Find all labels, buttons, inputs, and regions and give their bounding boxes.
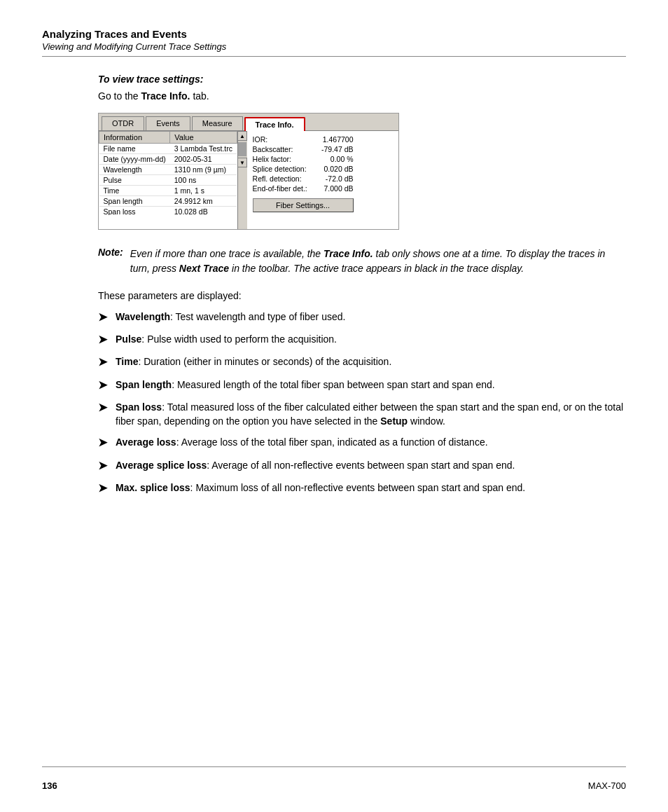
bullet-item: ➤Average splice loss: Average of all non…	[98, 458, 626, 474]
table-row: Span length24.9912 km	[99, 196, 237, 207]
bullet-arrow-icon: ➤	[98, 457, 107, 474]
tab-measure[interactable]: Measure	[192, 116, 243, 130]
instruction-label: To view trace settings:	[98, 74, 626, 85]
table-cell: Span length	[99, 196, 170, 207]
table-cell: Wavelength	[99, 165, 170, 175]
right-panel-label: Refl. detection:	[253, 174, 302, 183]
note-section: Note: Even if more than one trace is ava…	[98, 247, 626, 276]
table-cell: 24.9912 km	[170, 196, 237, 207]
bullet-item: ➤Wavelength: Test wavelength and type of…	[98, 310, 626, 325]
bullet-text: Span loss: Total measured loss of the fi…	[116, 400, 626, 429]
right-panel-label: Backscatter:	[253, 145, 293, 153]
bullet-arrow-icon: ➤	[98, 377, 107, 393]
right-panel-row: IOR:1.467700	[253, 135, 354, 144]
table-cell: Time	[99, 186, 170, 196]
header-rule	[42, 56, 626, 57]
screenshot: OTDR Events Measure Trace Info. Informat…	[98, 113, 399, 230]
bullet-text: Time: Duration (either in minutes or sec…	[116, 355, 391, 369]
right-panel-label: End-of-fiber det.:	[253, 184, 307, 193]
right-panel-row: Backscatter:-79.47 dB	[253, 145, 354, 153]
bullet-text: Average loss: Average loss of the total …	[116, 435, 488, 449]
table-row: Pulse100 ns	[99, 175, 237, 186]
table-panel: Information Value File name3 Lambda Test…	[99, 131, 247, 229]
scrollbar[interactable]: ▲ ▼	[237, 131, 247, 229]
right-panel-value: 0.020 dB	[324, 165, 354, 173]
table-cell: File name	[99, 144, 170, 154]
bullet-item: ➤Time: Duration (either in minutes or se…	[98, 355, 626, 370]
table-cell: 1310 nm (9 µm)	[170, 165, 237, 175]
footer: 136 MAX-700	[42, 780, 626, 791]
bullet-list: ➤Wavelength: Test wavelength and type of…	[98, 310, 626, 496]
params-intro: These parameters are displayed:	[98, 290, 626, 301]
col-header-information: Information	[99, 132, 170, 144]
bullet-text: Max. splice loss: Maximum loss of all no…	[116, 481, 525, 495]
scroll-down-arrow[interactable]: ▼	[237, 158, 247, 167]
bullet-text: Average splice loss: Average of all non-…	[116, 458, 515, 472]
bullet-item: ➤Pulse: Pulse width used to perform the …	[98, 332, 626, 347]
table-row: File name3 Lambda Test.trc	[99, 144, 237, 154]
table-cell: 10.028 dB	[170, 207, 237, 216]
right-panel-value: 7.000 dB	[324, 184, 354, 193]
note-label: Note:	[98, 247, 123, 276]
table-wrapper: Information Value File name3 Lambda Test…	[99, 131, 237, 215]
info-table: Information Value File name3 Lambda Test…	[99, 131, 237, 215]
page-number: 136	[42, 780, 57, 791]
tab-bar: OTDR Events Measure Trace Info.	[99, 113, 398, 131]
bullet-item: ➤Max. splice loss: Maximum loss of all n…	[98, 481, 626, 496]
right-panel-row: Refl. detection:-72.0 dB	[253, 174, 354, 183]
right-panel-value: 1.467700	[323, 135, 354, 144]
right-panel-value: -79.47 dB	[321, 145, 354, 153]
product-name: MAX-700	[588, 780, 626, 791]
trace-info-label: Trace Info.	[141, 90, 190, 102]
tab-trace-info[interactable]: Trace Info.	[244, 117, 305, 131]
footer-rule	[42, 766, 626, 767]
table-row: Time1 mn, 1 s	[99, 186, 237, 196]
bullet-arrow-icon: ➤	[98, 480, 107, 496]
right-panel-row: Helix factor:0.00 %	[253, 155, 354, 163]
col-header-value: Value	[170, 132, 237, 144]
bullet-text: Pulse: Pulse width used to perform the a…	[116, 332, 337, 346]
panel: Information Value File name3 Lambda Test…	[99, 131, 398, 229]
right-panel-label: Helix factor:	[253, 155, 291, 163]
note-text: Even if more than one trace is available…	[130, 247, 626, 276]
bullet-arrow-icon: ➤	[98, 399, 107, 415]
table-cell: Pulse	[99, 175, 170, 186]
right-panel-label: IOR:	[253, 135, 268, 144]
bullet-item: ➤Span loss: Total measured loss of the f…	[98, 400, 626, 429]
table-row: Wavelength1310 nm (9 µm)	[99, 165, 237, 175]
right-panel-row: Splice detection:0.020 dB	[253, 165, 354, 173]
table-cell: 2002-05-31	[170, 154, 237, 165]
table-row: Span loss10.028 dB	[99, 207, 237, 216]
instruction-text: Go to the Trace Info. tab.	[98, 90, 626, 102]
header-subtitle: Viewing and Modifying Current Trace Sett…	[42, 41, 626, 52]
header-title: Analyzing Traces and Events	[42, 28, 626, 40]
table-cell: 100 ns	[170, 175, 237, 186]
table-cell: Span loss	[99, 207, 170, 216]
bullet-text: Span length: Measured length of the tota…	[116, 378, 495, 392]
fiber-settings-button[interactable]: Fiber Settings...	[253, 198, 354, 212]
tab-otdr[interactable]: OTDR	[102, 116, 144, 130]
bullet-item: ➤Span length: Measured length of the tot…	[98, 378, 626, 393]
scroll-up-arrow[interactable]: ▲	[237, 131, 247, 141]
table-row: Date (yyyy-mm-dd)2002-05-31	[99, 154, 237, 165]
bullet-arrow-icon: ➤	[98, 331, 107, 347]
table-cell: 1 mn, 1 s	[170, 186, 237, 196]
tab-events[interactable]: Events	[146, 116, 190, 130]
bullet-arrow-icon: ➤	[98, 434, 107, 450]
right-panel-value: 0.00 %	[330, 155, 354, 163]
page: Analyzing Traces and Events Viewing and …	[0, 0, 668, 812]
bullet-arrow-icon: ➤	[98, 309, 107, 325]
header: Analyzing Traces and Events Viewing and …	[42, 28, 626, 57]
table-cell: 3 Lambda Test.trc	[170, 144, 237, 154]
scroll-thumb[interactable]	[238, 142, 246, 156]
table-cell: Date (yyyy-mm-dd)	[99, 154, 170, 165]
right-panel: IOR:1.467700Backscatter:-79.47 dBHelix f…	[247, 131, 359, 229]
bullet-text: Wavelength: Test wavelength and type of …	[116, 310, 345, 324]
content: To view trace settings: Go to the Trace …	[98, 74, 626, 496]
bullet-arrow-icon: ➤	[98, 354, 107, 370]
bullet-item: ➤Average loss: Average loss of the total…	[98, 435, 626, 450]
right-panel-value: -72.0 dB	[326, 174, 354, 183]
right-panel-label: Splice detection:	[253, 165, 307, 173]
right-panel-row: End-of-fiber det.:7.000 dB	[253, 184, 354, 193]
